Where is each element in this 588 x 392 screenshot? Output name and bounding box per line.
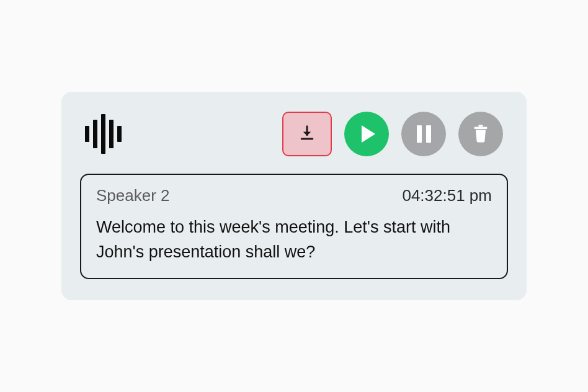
play-button[interactable] <box>344 112 389 156</box>
controls-row <box>80 112 508 156</box>
svg-rect-0 <box>479 125 483 127</box>
play-icon <box>362 125 375 143</box>
delete-button[interactable] <box>458 112 503 156</box>
svg-rect-1 <box>474 127 488 128</box>
download-button[interactable] <box>282 112 332 156</box>
pause-button[interactable] <box>401 112 446 156</box>
waveform-icon <box>85 114 122 154</box>
transcript-timestamp: 04:32:51 pm <box>402 186 492 205</box>
transcript-header: Speaker 2 04:32:51 pm <box>96 186 492 205</box>
playback-controls <box>282 112 503 156</box>
speaker-label: Speaker 2 <box>96 186 170 205</box>
transcript-text: Welcome to this week's meeting. Let's st… <box>96 215 492 264</box>
download-icon <box>298 124 316 145</box>
audio-transcript-card: Speaker 2 04:32:51 pm Welcome to this we… <box>61 92 527 300</box>
trash-icon <box>472 124 489 145</box>
pause-icon <box>417 125 431 143</box>
transcript-box: Speaker 2 04:32:51 pm Welcome to this we… <box>80 174 508 278</box>
